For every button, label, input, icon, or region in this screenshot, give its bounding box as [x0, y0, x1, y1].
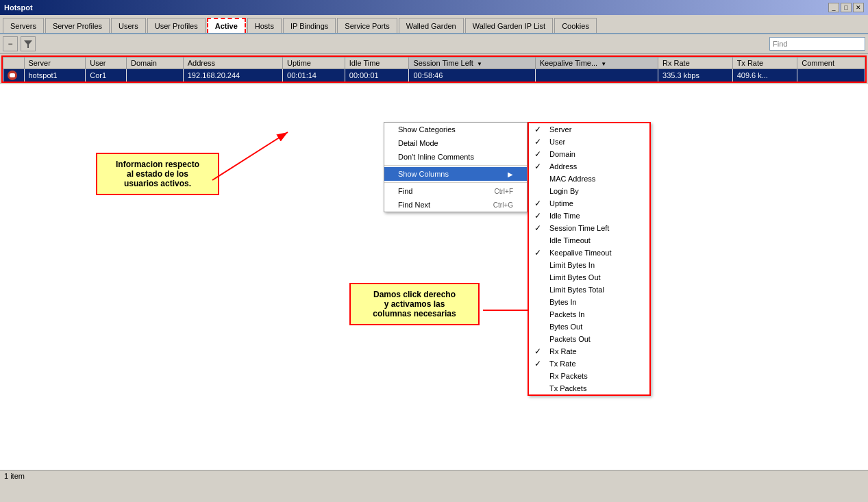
filter-icon: [23, 39, 33, 49]
context-menu-find-next[interactable]: Find Next Ctrl+G: [384, 198, 527, 212]
col-header-address[interactable]: Address: [183, 58, 282, 69]
check-icon-address: ✓: [534, 162, 541, 171]
context-menu-find[interactable]: Find Ctrl+F: [384, 184, 527, 198]
arrow-1: [199, 118, 336, 201]
submenu-item-login-by[interactable]: Login By: [529, 185, 649, 197]
col-header-domain[interactable]: Domain: [127, 58, 184, 69]
status-bar: 1 item: [0, 470, 868, 481]
submenu-item-session-time-left[interactable]: ✓Session Time Left: [529, 222, 649, 234]
cell-session-time-left: 00:58:46: [409, 69, 535, 82]
submenu-item-rx-packets[interactable]: Rx Packets: [529, 370, 649, 382]
maximize-button[interactable]: □: [841, 3, 852, 12]
context-menu-show-categories[interactable]: Show Categories: [384, 123, 527, 136]
tab-walled-garden-ip[interactable]: Walled Garden IP List: [465, 18, 553, 33]
dont-inline-label: Don't Inline Comments: [398, 153, 474, 161]
table-body: hotspot1Cor1192.168.20.24400:01:1400:00:…: [3, 69, 865, 82]
show-columns-label: Show Columns: [398, 170, 449, 178]
col-header-tx-rate[interactable]: Tx Rate: [732, 58, 797, 69]
col-header-session-time-left[interactable]: Session Time Left ▼: [409, 58, 535, 69]
col-header-num[interactable]: [3, 58, 25, 69]
submenu-item-limit-bytes-out[interactable]: Limit Bytes Out: [529, 271, 649, 284]
submenu-item-tx-rate[interactable]: ✓Tx Rate: [529, 357, 649, 370]
cell-rx-rate: 335.3 kbps: [658, 69, 733, 82]
submenu-item-tx-packets[interactable]: Tx Packets: [529, 382, 649, 394]
close-button[interactable]: ✕: [853, 3, 864, 12]
submenu-item-rx-rate[interactable]: ✓Rx Rate: [529, 345, 649, 357]
submenu-item-bytes-in[interactable]: Bytes In: [529, 296, 649, 308]
submenu-item-idle-time[interactable]: ✓Idle Time: [529, 210, 649, 222]
submenu-item-keepalive-timeout[interactable]: ✓Keepalive Timeout: [529, 247, 649, 259]
window-title: Hotspot: [4, 3, 33, 12]
find-shortcut: Ctrl+F: [495, 188, 514, 195]
col-header-rx-rate[interactable]: Rx Rate: [658, 58, 733, 69]
minus-button[interactable]: −: [3, 36, 18, 51]
annotation-box-1: Informacion respecto al estado de los us…: [96, 153, 219, 195]
cell-user: Cor1: [86, 69, 127, 82]
context-menu-show-columns[interactable]: Show Columns ▶: [384, 167, 527, 181]
submenu-item-address[interactable]: ✓Address: [529, 160, 649, 173]
tab-ip-bindings[interactable]: IP Bindings: [283, 18, 336, 33]
show-categories-label: Show Categories: [398, 125, 456, 134]
submenu-item-server[interactable]: ✓Server: [529, 123, 649, 136]
col-header-server[interactable]: Server: [24, 58, 86, 69]
tab-walled-garden[interactable]: Walled Garden: [399, 18, 464, 33]
cell-comment: [797, 69, 865, 82]
cell-keepalive-time: [535, 69, 658, 82]
context-menu: Show Categories Detail Mode Don't Inline…: [384, 122, 528, 212]
find-input[interactable]: [769, 37, 865, 51]
submenu: ✓Server✓User✓Domain✓AddressMAC AddressLo…: [528, 122, 651, 396]
cell-tx-rate: 409.6 k...: [732, 69, 797, 82]
tab-servers[interactable]: Servers: [3, 18, 44, 33]
annotation-2-text: Damos click derecho y activamos las colu…: [373, 290, 456, 318]
submenu-item-idle-timeout[interactable]: Idle Timeout: [529, 234, 649, 247]
col-header-comment[interactable]: Comment: [797, 58, 865, 69]
annotation-1-text: Informacion respecto al estado de los us…: [116, 160, 199, 188]
cell-idle-time: 00:00:01: [345, 69, 409, 82]
col-header-uptime[interactable]: Uptime: [283, 58, 345, 69]
main-area: Informacion respecto al estado de los us…: [0, 84, 868, 481]
find-next-label: Find Next: [398, 201, 430, 209]
context-menu-detail-mode[interactable]: Detail Mode: [384, 136, 527, 150]
table-row[interactable]: hotspot1Cor1192.168.20.24400:01:1400:00:…: [3, 69, 865, 82]
table-container: ServerUserDomainAddressUptimeIdle TimeSe…: [1, 55, 867, 83]
check-icon-uptime: ✓: [534, 199, 541, 208]
item-count: 1 item: [4, 472, 25, 480]
submenu-item-domain[interactable]: ✓Domain: [529, 148, 649, 160]
data-table: ServerUserDomainAddressUptimeIdle TimeSe…: [3, 57, 865, 81]
tab-hosts[interactable]: Hosts: [247, 18, 282, 33]
tab-active[interactable]: Active: [207, 18, 246, 33]
context-menu-dont-inline[interactable]: Don't Inline Comments: [384, 150, 527, 164]
submenu-item-limit-bytes-total[interactable]: Limit Bytes Total: [529, 284, 649, 296]
cell-domain: [127, 69, 184, 82]
check-icon-rx-rate: ✓: [534, 347, 541, 356]
submenu-item-packets-in[interactable]: Packets In: [529, 308, 649, 321]
check-icon-server: ✓: [534, 125, 541, 134]
tab-service-ports[interactable]: Service Ports: [337, 18, 397, 33]
submenu-item-packets-out[interactable]: Packets Out: [529, 333, 649, 345]
col-header-user[interactable]: User: [86, 58, 127, 69]
submenu-item-bytes-out[interactable]: Bytes Out: [529, 321, 649, 333]
col-header-keepalive-time[interactable]: Keepalive Time... ▼: [535, 58, 658, 69]
toolbar: −: [0, 34, 868, 54]
submenu-item-uptime[interactable]: ✓Uptime: [529, 197, 649, 210]
check-icon-session-time-left: ✓: [534, 223, 541, 233]
tab-bar: ServersServer ProfilesUsersUser Profiles…: [0, 15, 868, 34]
submenu-item-limit-bytes-in[interactable]: Limit Bytes In: [529, 259, 649, 271]
check-icon-domain: ✓: [534, 149, 541, 159]
check-icon-user: ✓: [534, 137, 541, 147]
minimize-button[interactable]: _: [828, 3, 839, 12]
filter-button[interactable]: [21, 36, 36, 51]
submenu-item-user[interactable]: ✓User: [529, 136, 649, 148]
check-icon-tx-rate: ✓: [534, 359, 541, 368]
col-header-idle-time[interactable]: Idle Time: [345, 58, 409, 69]
check-icon-keepalive-timeout: ✓: [534, 248, 541, 258]
submenu-item-mac-address[interactable]: MAC Address: [529, 173, 649, 185]
tab-users[interactable]: Users: [111, 18, 146, 33]
show-columns-arrow: ▶: [508, 171, 513, 178]
table-header-row: ServerUserDomainAddressUptimeIdle TimeSe…: [3, 58, 865, 69]
find-next-shortcut: Ctrl+G: [493, 201, 513, 209]
tab-user-profiles[interactable]: User Profiles: [147, 18, 206, 33]
tab-server-profiles[interactable]: Server Profiles: [45, 18, 110, 33]
tab-cookies[interactable]: Cookies: [554, 18, 597, 33]
check-icon-idle-time: ✓: [534, 211, 541, 221]
